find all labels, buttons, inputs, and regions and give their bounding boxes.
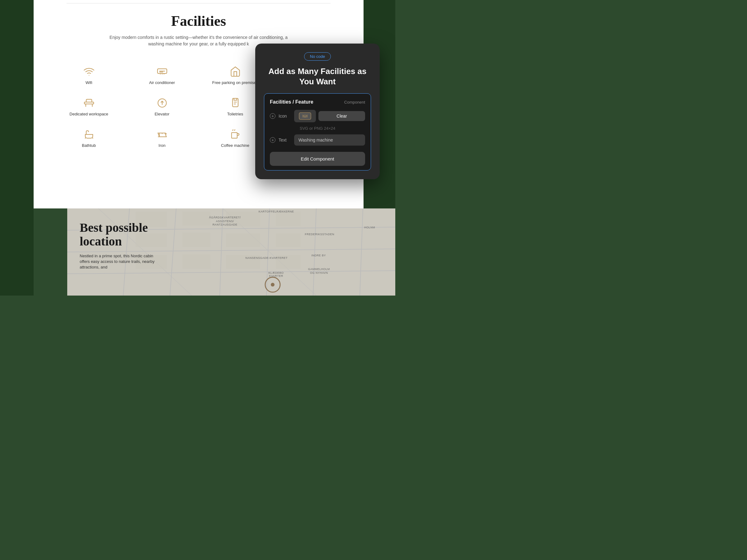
svg-rect-5 [232, 133, 237, 138]
bathtub-icon [83, 129, 95, 140]
panel-card: Facilities / Feature Component + Icon IΩ… [264, 93, 371, 170]
svg-rect-25 [276, 233, 301, 247]
panel-overlay: No code Add as Many Facilities as You Wa… [255, 44, 380, 179]
wifi-icon [83, 66, 95, 77]
toiletries-icon [230, 97, 241, 109]
map-text-block: Best possiblelocation Nestled in a prime… [80, 221, 161, 270]
svg-rect-19 [182, 212, 210, 225]
facility-label-workspace: Dedicated workspace [70, 112, 108, 116]
edit-component-button[interactable]: Edit Component [270, 152, 365, 166]
text-field-label: Text [279, 137, 291, 142]
svg-line-12 [360, 209, 363, 296]
map-label-nansen: NANSENSGADE-KVARTERET [245, 256, 288, 260]
panel-card-header: Facilities / Feature Component [270, 99, 365, 105]
facility-label-bathtub: Bathtub [82, 143, 96, 148]
facility-label-wifi: Wifi [85, 80, 93, 85]
coffee-icon [230, 129, 241, 140]
no-code-badge: No code [304, 52, 331, 61]
iron-icon [157, 129, 168, 140]
ac-icon [157, 66, 168, 77]
facilities-title: Facilities [52, 13, 345, 29]
icon-row: + Icon IΩI Clear [270, 110, 365, 122]
text-input-field[interactable] [294, 134, 365, 145]
svg-point-31 [271, 283, 275, 287]
text-row: + Text [270, 134, 365, 145]
map-label-agard: ÅGÅRDSKVARTERET/ASSISTENS/RANTZAUSGADE [209, 216, 241, 227]
map-label-kartoffel: KARTOFFELRÆKKERNE [259, 210, 294, 213]
facility-wifi: Wifi [52, 60, 125, 91]
facility-label-parking: Free parking on premises [212, 80, 258, 85]
facility-label-toiletries: Toiletries [227, 112, 243, 116]
icon-preview: IΩI [294, 110, 316, 122]
svg-rect-23 [182, 233, 210, 247]
left-sidebar [0, 0, 34, 296]
svg-text:IΩI: IΩI [303, 114, 308, 118]
parking-icon [230, 66, 241, 77]
map-label-holm: HOLNM [364, 226, 375, 229]
panel-title: Add as Many Facilities as You Want [264, 66, 371, 86]
map-title: Best possiblelocation [80, 221, 161, 248]
clear-button[interactable]: Clear [318, 111, 365, 121]
facility-label-elevator: Elevator [155, 112, 170, 116]
icon-preview-svg: IΩI [299, 112, 311, 120]
elevator-icon [157, 97, 168, 109]
svg-line-15 [67, 271, 395, 274]
icon-field-label: Icon [279, 113, 291, 118]
panel-card-header-title: Facilities / Feature [270, 99, 313, 105]
svg-line-8 [170, 209, 176, 296]
facility-iron: Iron [125, 123, 199, 154]
svg-line-10 [266, 209, 269, 296]
map-label-indreby: INDRE BY [311, 254, 326, 257]
facility-label-ac: Air conditioner [149, 80, 175, 85]
svg-line-11 [313, 209, 316, 296]
svg-rect-21 [276, 212, 301, 226]
svg-rect-4 [232, 98, 238, 107]
map-section: KARTOFFELRÆKKERNE ÅGÅRDSKVARTERET/ASSIST… [67, 209, 395, 296]
desk-icon [83, 97, 95, 109]
map-label-gammelholm: GAMMELHOLMOG NYHAVN [308, 268, 330, 275]
facility-workspace: Dedicated workspace [52, 91, 125, 123]
map-subtitle: Nestled in a prime spot, this Nordic cab… [80, 253, 161, 270]
map-label-klaedebo: KLÆDEBOKVARTER [268, 271, 284, 277]
facility-label-coffee: Coffee machine [221, 143, 249, 148]
svg-rect-2 [84, 102, 94, 104]
svg-hint: SVG or PNG 24×24 [270, 126, 365, 131]
facility-elevator: Elevator [125, 91, 199, 123]
facility-label-iron: Iron [158, 143, 165, 148]
panel-card-component-label: Component [344, 100, 365, 105]
icon-add-button[interactable]: + [270, 113, 276, 119]
svg-rect-24 [226, 233, 260, 247]
facility-bathtub: Bathtub [52, 123, 125, 154]
map-label-frederiks: FREDERIKSSTADEN [305, 233, 334, 236]
svg-rect-27 [182, 255, 210, 269]
text-add-button[interactable]: + [270, 137, 276, 143]
facility-ac: Air conditioner [125, 60, 199, 91]
icon-field: IΩI Clear [294, 110, 365, 122]
